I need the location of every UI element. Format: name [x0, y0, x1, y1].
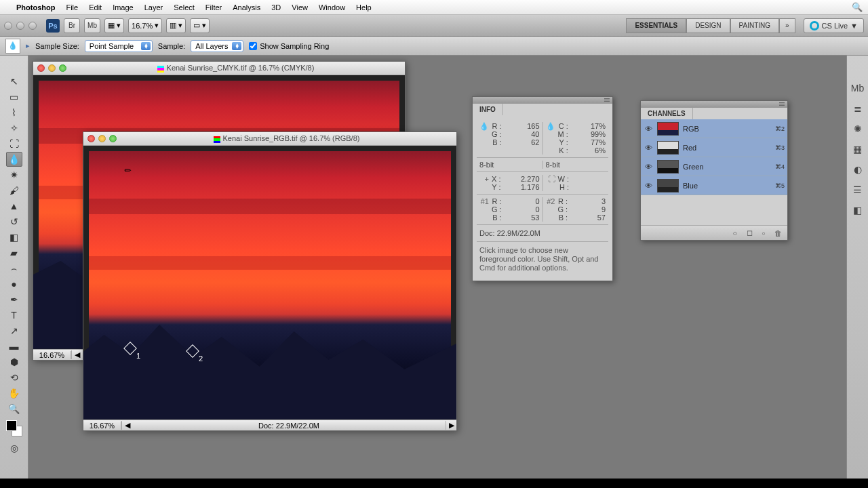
history-panel-icon[interactable]: ≣	[850, 100, 866, 117]
delete-channel-icon[interactable]: 🗑	[774, 229, 782, 237]
menu-filter[interactable]: Filter	[205, 3, 222, 12]
workspace-more-icon[interactable]: »	[779, 18, 795, 33]
letterbox-bottom	[0, 479, 868, 488]
menu-3d[interactable]: 3D	[271, 3, 281, 12]
color-sampler-2[interactable]: 2	[188, 346, 199, 357]
color-sampler-1[interactable]: 1	[125, 344, 136, 354]
wand-tool[interactable]: ✧	[6, 121, 22, 136]
app-menu[interactable]: Photoshop	[16, 3, 55, 12]
titlebar-cmyk[interactable]: Kenai Sunrise_CMYK.tif @ 16.7% (CMYK/8)	[33, 62, 405, 75]
minibridge-icon[interactable]: Mb	[850, 80, 866, 96]
arrange-docs-dropdown[interactable]: ▥ ▾	[166, 18, 186, 33]
zoom-tool[interactable]: 🔍	[6, 401, 22, 416]
spotlight-icon[interactable]: 🔍	[852, 2, 863, 12]
healing-tool[interactable]: ✷	[6, 167, 22, 182]
zoom-value[interactable]: 16.67%	[83, 422, 121, 430]
menu-help[interactable]: Help	[356, 3, 372, 12]
statusbar-more-icon[interactable]: ▶	[446, 421, 456, 430]
view-extras-dropdown[interactable]: ▦ ▾	[104, 18, 124, 33]
zoom-value[interactable]: 16.67%	[33, 351, 71, 359]
gradient-tool[interactable]: ▰	[6, 245, 22, 260]
new-channel-icon[interactable]: ▫	[762, 229, 765, 237]
channel-row[interactable]: 👁RGB⌘2	[641, 119, 787, 138]
workspace-essentials[interactable]: ESSENTIALS	[626, 18, 686, 33]
channel-row[interactable]: 👁Blue⌘5	[641, 176, 787, 195]
mode-swatch-icon	[157, 66, 164, 73]
3d-tool[interactable]: ⬢	[6, 354, 22, 369]
bridge-button[interactable]: Br	[64, 18, 80, 33]
channel-row[interactable]: 👁Green⌘4	[641, 157, 787, 176]
sample-dropdown[interactable]: All Layers▲▼	[191, 40, 243, 52]
styles-panel-icon[interactable]: ◧	[850, 202, 866, 218]
menu-analysis[interactable]: Analysis	[233, 3, 260, 12]
blur-tool[interactable]: ⌢	[6, 261, 22, 276]
menu-image[interactable]: Image	[113, 3, 134, 12]
menu-select[interactable]: Select	[174, 3, 195, 12]
sample-size-dropdown[interactable]: Point Sample▲▼	[85, 40, 153, 52]
sample-size-label: Sample Size:	[35, 42, 79, 50]
channels-panel[interactable]: CHANNELS 👁RGB⌘2👁Red⌘3👁Green⌘4👁Blue⌘5 ○ ◻…	[640, 100, 788, 241]
history-brush-tool[interactable]: ↺	[6, 214, 22, 229]
shape-tool[interactable]: ▬	[6, 339, 22, 354]
zoom-level-dropdown[interactable]: 16.7% ▾	[128, 18, 162, 33]
move-tool[interactable]: ↖	[6, 74, 22, 89]
workspace-painting[interactable]: PAINTING	[730, 18, 779, 33]
visibility-icon[interactable]: 👁	[644, 182, 653, 190]
channels-footer: ○ ◻ ▫ 🗑	[641, 225, 787, 240]
path-tool[interactable]: ↗	[6, 323, 22, 338]
channel-row[interactable]: 👁Red⌘3	[641, 138, 787, 157]
eyedropper-tool[interactable]: 💧	[6, 152, 22, 167]
brush-tool[interactable]: 🖌	[6, 183, 22, 198]
visibility-icon[interactable]: 👁	[644, 163, 653, 171]
show-sampling-ring-checkbox[interactable]: Show Sampling Ring	[249, 42, 329, 50]
type-tool[interactable]: T	[6, 308, 22, 323]
minimize-icon[interactable]	[48, 64, 56, 72]
info-panel[interactable]: INFO 💧 R :G :B : 1654062 💧 C :M :Y :K : …	[472, 96, 613, 281]
load-selection-icon[interactable]: ○	[732, 229, 737, 237]
doc-size[interactable]: Doc: 22.9M/22.0M	[132, 422, 446, 430]
window-controls[interactable]	[4, 22, 37, 30]
menu-file[interactable]: File	[66, 3, 78, 12]
channels-tab[interactable]: CHANNELS	[641, 108, 693, 119]
canvas-rgb[interactable]: ✎ 1 2	[83, 146, 456, 420]
close-icon[interactable]	[37, 64, 45, 72]
layers-panel-icon[interactable]: ☰	[850, 182, 866, 198]
cs-live-button[interactable]: CS Live▼	[804, 18, 864, 33]
visibility-icon[interactable]: 👁	[644, 144, 653, 152]
screen-mode-dropdown[interactable]: ▭ ▾	[190, 18, 210, 33]
eraser-tool[interactable]: ◧	[6, 230, 22, 245]
dodge-tool[interactable]: ●	[6, 277, 22, 291]
swatches-panel-icon[interactable]: ▦	[850, 141, 866, 157]
minibridge-button[interactable]: Mb	[84, 18, 100, 33]
channel-shortcut: ⌘4	[775, 163, 785, 170]
zoom-icon[interactable]	[59, 64, 66, 72]
menu-view[interactable]: View	[292, 3, 308, 12]
close-icon[interactable]	[87, 135, 95, 142]
titlebar-rgb[interactable]: Kenai Sunrise_RGB.tif @ 16.7% (RGB/8)	[83, 132, 456, 146]
hand-tool[interactable]: ✋	[6, 386, 22, 401]
panel-grip[interactable]	[641, 101, 787, 108]
panel-grip[interactable]	[473, 97, 612, 104]
crop-tool[interactable]: ⛶	[6, 136, 22, 151]
lasso-tool[interactable]: ⌇	[6, 105, 22, 120]
mac-menubar: Photoshop File Edit Image Layer Select F…	[0, 0, 868, 15]
adjustments-panel-icon[interactable]: ◐	[850, 161, 866, 178]
menu-window[interactable]: Window	[319, 3, 345, 12]
save-selection-icon[interactable]: ◻	[747, 228, 753, 237]
stamp-tool[interactable]: ▲	[6, 199, 22, 214]
visibility-icon[interactable]: 👁	[644, 125, 653, 133]
color-swatches[interactable]	[6, 420, 22, 436]
3d-camera-tool[interactable]: ⟲	[6, 370, 22, 385]
marquee-tool[interactable]: ▭	[6, 89, 22, 104]
workspace-design[interactable]: DESIGN	[686, 18, 730, 33]
zoom-icon[interactable]	[109, 135, 117, 142]
quickmask-button[interactable]: ◎	[6, 441, 22, 455]
current-tool-icon[interactable]: 💧	[5, 39, 20, 54]
info-tab[interactable]: INFO	[473, 104, 503, 115]
minimize-icon[interactable]	[98, 135, 106, 142]
menu-layer[interactable]: Layer	[144, 3, 163, 12]
menu-edit[interactable]: Edit	[89, 3, 102, 12]
color-panel-icon[interactable]: ✺	[850, 121, 866, 137]
pen-tool[interactable]: ✒	[6, 292, 22, 307]
document-window-rgb[interactable]: Kenai Sunrise_RGB.tif @ 16.7% (RGB/8) ✎ …	[83, 131, 457, 431]
